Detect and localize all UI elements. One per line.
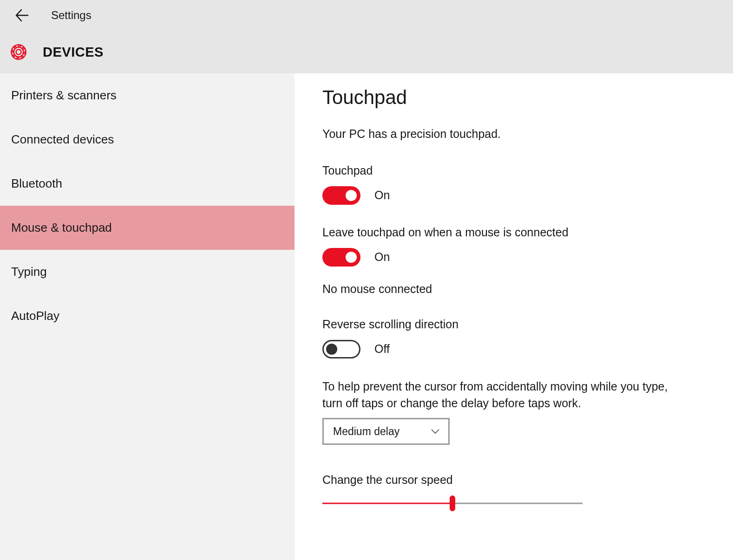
- sidebar-item-label: Printers & scanners: [11, 88, 117, 103]
- toggle-knob: [326, 344, 337, 355]
- page-title: Touchpad: [322, 86, 668, 109]
- sidebar-item-label: AutoPlay: [11, 309, 59, 323]
- sidebar-item-label: Bluetooth: [11, 176, 62, 191]
- reverse-scroll-label: Reverse scrolling direction: [322, 316, 668, 332]
- gear-icon: [8, 42, 29, 62]
- body: Printers & scanners Connected devices Bl…: [0, 73, 733, 560]
- sidebar-item-printers[interactable]: Printers & scanners: [0, 73, 295, 117]
- leave-on-toggle-status: On: [374, 250, 390, 264]
- tap-delay-selected-value: Medium delay: [333, 425, 399, 438]
- touchpad-toggle-status: On: [374, 189, 390, 202]
- slider-thumb[interactable]: [450, 495, 455, 511]
- leave-on-toggle-row: On: [322, 248, 668, 267]
- chevron-down-icon: [431, 429, 440, 434]
- back-arrow-icon[interactable]: [14, 7, 30, 23]
- sidebar-item-label: Connected devices: [11, 132, 114, 147]
- toggle-knob: [346, 252, 357, 263]
- page-subtitle: Your PC has a precision touchpad.: [322, 126, 668, 142]
- leave-on-toggle-label: Leave touchpad on when a mouse is connec…: [322, 224, 668, 241]
- header-top-bar: Settings: [0, 0, 733, 31]
- tap-delay-help-text: To help prevent the cursor from accident…: [322, 378, 668, 412]
- sidebar-item-label: Typing: [11, 265, 47, 279]
- touchpad-toggle-label: Touchpad: [322, 163, 668, 179]
- slider-fill: [322, 503, 452, 504]
- tap-delay-dropdown[interactable]: Medium delay: [322, 418, 450, 445]
- cursor-speed-slider[interactable]: [322, 496, 582, 510]
- header-category-bar: DEVICES: [0, 31, 733, 73]
- sidebar-item-bluetooth[interactable]: Bluetooth: [0, 162, 295, 206]
- reverse-scroll-toggle[interactable]: [322, 340, 360, 358]
- category-title: DEVICES: [43, 45, 104, 60]
- sidebar-item-connected-devices[interactable]: Connected devices: [0, 117, 295, 162]
- leave-on-toggle[interactable]: [322, 248, 360, 267]
- slider-rest: [452, 503, 582, 504]
- app-title: Settings: [51, 9, 92, 22]
- touchpad-toggle[interactable]: [322, 186, 360, 205]
- reverse-scroll-toggle-row: Off: [322, 340, 668, 358]
- main-content: Touchpad Your PC has a precision touchpa…: [295, 73, 733, 560]
- touchpad-toggle-row: On: [322, 186, 668, 205]
- sidebar-item-label: Mouse & touchpad: [11, 221, 112, 235]
- mouse-status-text: No mouse connected: [322, 282, 668, 296]
- cursor-speed-label: Change the cursor speed: [322, 472, 668, 488]
- sidebar: Printers & scanners Connected devices Bl…: [0, 73, 295, 560]
- reverse-scroll-toggle-status: Off: [374, 342, 390, 356]
- settings-header: Settings DEVICES: [0, 0, 733, 73]
- sidebar-item-autoplay[interactable]: AutoPlay: [0, 294, 295, 338]
- svg-point-0: [16, 50, 21, 55]
- sidebar-item-mouse-touchpad[interactable]: Mouse & touchpad: [0, 206, 295, 250]
- sidebar-item-typing[interactable]: Typing: [0, 250, 295, 294]
- toggle-knob: [346, 190, 357, 201]
